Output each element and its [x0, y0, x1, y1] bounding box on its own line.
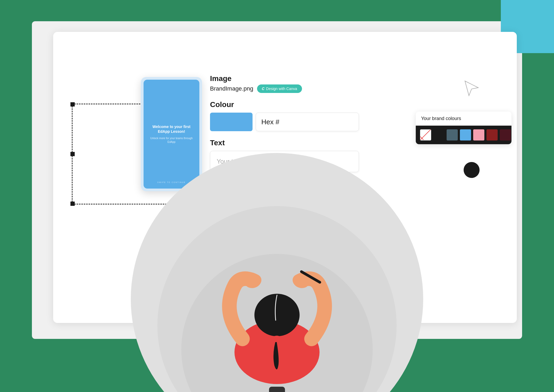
colour-row: Hex #: [210, 113, 359, 131]
image-filename: BrandImage.png: [210, 85, 253, 92]
handle-bottom-right[interactable]: [181, 202, 185, 206]
swatch-pink[interactable]: [473, 129, 484, 140]
colour-swatch[interactable]: [210, 113, 253, 131]
image-section: Image BrandImage.png C Design with Canva: [210, 74, 359, 93]
image-section-label: Image: [210, 74, 359, 83]
svg-marker-0: [465, 81, 478, 96]
canva-design-button[interactable]: C Design with Canva: [257, 84, 302, 93]
text-placeholder: Your text goes here: [217, 158, 272, 165]
swatch-blue[interactable]: [460, 129, 471, 140]
svg-rect-2: [269, 387, 285, 392]
phone-mockup: Welcome to your first EdApp Lesson! Unlo…: [141, 77, 202, 191]
brand-colours-palette: [416, 126, 511, 144]
colour-section-label: Colour: [210, 100, 359, 109]
main-card: Welcome to your first EdApp Lesson! Unlo…: [53, 32, 517, 323]
phone-welcome-text: Welcome to your first EdApp Lesson!: [149, 124, 194, 134]
image-row: BrandImage.png C Design with Canva: [210, 84, 359, 93]
canva-icon: C: [262, 87, 265, 91]
scene: Welcome to your first EdApp Lesson! Unlo…: [0, 0, 554, 392]
phone-sub-text: Unlock more for your teams through EdApp: [149, 137, 194, 144]
ui-panel: Image BrandImage.png C Design with Canva…: [210, 74, 359, 180]
brand-colours-header: Your brand colours: [416, 112, 511, 126]
text-section: Text Your text goes here: [210, 139, 359, 172]
handle-bottom-left[interactable]: [70, 202, 75, 206]
colour-section: Colour Hex #: [210, 100, 359, 131]
text-input-box[interactable]: Your text goes here: [210, 151, 359, 172]
handle-top-left[interactable]: [70, 102, 75, 106]
hex-label: Hex #: [261, 118, 279, 126]
handle-mid-left[interactable]: [70, 152, 75, 156]
dark-circle-button[interactable]: [464, 162, 480, 178]
swatch-dark-teal[interactable]: [447, 129, 458, 140]
swatch-empty[interactable]: [420, 129, 431, 140]
brand-colours-panel: Your brand colours: [416, 112, 511, 144]
hex-input-box[interactable]: Hex #: [256, 113, 359, 131]
canva-button-label: Design with Canva: [266, 87, 297, 91]
phone-screen: Welcome to your first EdApp Lesson! Unlo…: [144, 80, 199, 189]
phone-swipe-label: SWIPE TO CONTINUE: [144, 181, 199, 183]
swatch-dark-red[interactable]: [486, 129, 498, 140]
swatch-maroon[interactable]: [500, 129, 511, 140]
swatch-black[interactable]: [433, 129, 444, 140]
text-section-label: Text: [210, 139, 359, 147]
